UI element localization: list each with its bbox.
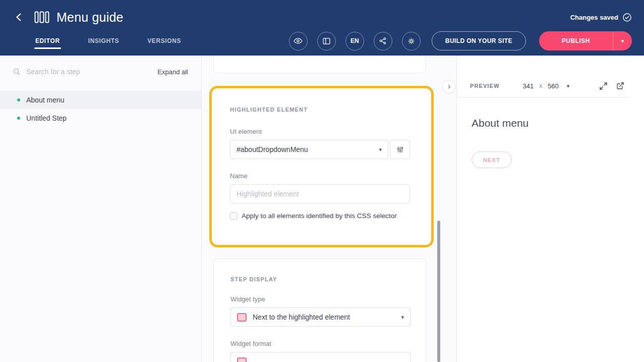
highlighted-element-card: HIGHLIGHTED ELEMENT UI element #aboutDro… [209,86,434,247]
chevron-down-icon: ▾ [621,38,624,44]
step-item-about-menu[interactable]: About menu [0,91,201,109]
step-search-row: Expand all [0,56,201,84]
preview-height-value: 560 [548,82,559,90]
element-name-input[interactable] [230,184,410,203]
page-title: Menu guide [56,10,124,25]
expand-all-link[interactable]: Expand all [157,68,188,76]
sliders-icon [396,146,404,153]
check-circle-icon [622,13,632,22]
tab-versions[interactable]: VERSIONS [147,37,181,44]
apply-all-checkbox-label: Apply to all elements identified by this… [242,212,397,220]
preview-step-title: About menu [472,117,644,129]
language-button[interactable]: EN [345,32,364,50]
share-icon [379,37,387,45]
preview-canvas: About menu NEXT [457,97,644,168]
app-logo-icon [34,11,49,24]
changes-saved-label: Changes saved [570,14,618,21]
step-label: About menu [26,96,65,104]
step-status-dot [17,98,20,101]
tooltip-widget-icon [237,357,247,362]
widget-type-select[interactable]: Next to the highlighted element ▾ [230,307,411,327]
build-on-your-site-button[interactable]: BUILD ON YOUR SITE [432,31,526,50]
step-search-input[interactable] [26,68,152,76]
step-item-untitled-step[interactable]: Untitled Step [0,109,201,127]
step-status-dot [17,117,20,120]
step-list: About menu Untitled Step [0,91,201,127]
publish-button-group: PUBLISH ▾ [539,31,632,50]
previous-settings-card-partial [213,56,426,73]
ui-element-select[interactable]: #aboutDropdownMenu ▾ [230,140,388,159]
tab-editor[interactable]: EDITOR [35,37,60,44]
preview-next-button[interactable]: NEXT [472,151,512,168]
tab-insights[interactable]: INSIGHTS [88,37,119,44]
external-link-icon [616,82,624,90]
back-button[interactable] [12,10,26,24]
element-selector-settings-button[interactable] [390,140,410,159]
widget-format-label: Widget format [230,340,409,347]
apply-all-checkbox[interactable] [230,213,237,220]
preview-header: PREVIEW 341 x 560 ▾ [457,75,631,97]
header-tabs: EDITOR INSIGHTS VERSIONS [35,37,181,44]
ui-element-label: UI element [230,128,413,135]
preview-eye-button[interactable] [289,32,308,50]
editor-scrollbar[interactable] [437,221,440,362]
preview-title: PREVIEW [470,83,499,89]
chevron-left-icon [14,12,25,23]
steps-sidebar: Expand all About menu Untitled Step [0,56,202,362]
chevron-right-icon: › [448,82,451,90]
share-button[interactable] [374,32,392,50]
step-label: Untitled Step [26,114,67,122]
collapse-panel-button[interactable]: › [442,80,456,93]
widget-format-select[interactable] [230,352,411,362]
gear-icon [407,37,416,45]
chevron-down-icon: ▾ [567,83,570,89]
name-label: Name [230,172,413,180]
step-display-card: STEP DISPLAY Widget type Next to the hig… [213,258,426,362]
expand-preview-button[interactable] [599,82,608,90]
chevron-down-icon: ▾ [401,315,404,320]
publish-button[interactable]: PUBLISH [539,31,613,50]
chevron-down-icon: ▾ [379,147,382,152]
widget-type-label: Widget type [230,295,409,303]
step-settings-panel: HIGHLIGHTED ELEMENT UI element #aboutDro… [202,56,456,362]
size-separator: x [539,82,542,89]
maximize-icon [599,82,608,90]
section-title: STEP DISPLAY [230,276,409,282]
eye-icon [294,36,303,45]
settings-button[interactable] [402,32,421,50]
preview-size-selector[interactable]: 341 x 560 ▾ [522,82,569,90]
section-title: HIGHLIGHTED ELEMENT [230,107,413,113]
app-header: Menu guide Changes saved EDITOR INSIGHTS… [0,0,644,56]
preview-panel: PREVIEW 341 x 560 ▾ About menu NEXT [456,56,644,362]
search-icon [13,68,21,76]
publish-dropdown-button[interactable]: ▾ [613,31,632,50]
preview-width-value: 341 [522,82,534,90]
theme-layout-button[interactable] [317,32,336,50]
ui-element-value: #aboutDropdownMenu [237,145,308,153]
tooltip-widget-icon [237,313,247,322]
changes-saved-status: Changes saved [570,13,632,22]
open-in-new-tab-button[interactable] [616,82,624,90]
widget-type-value: Next to the highlighted element [253,313,350,321]
layout-icon [322,37,331,45]
